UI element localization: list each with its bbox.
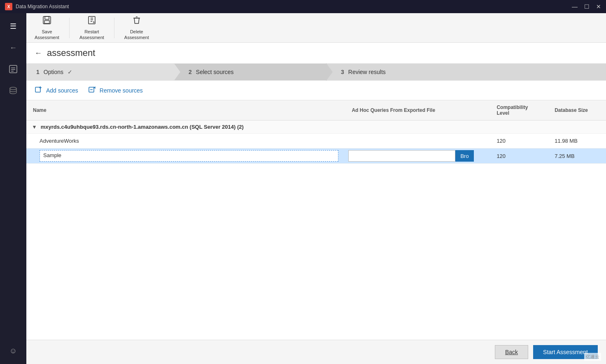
row-adhoc [345, 134, 490, 148]
save-assessment-label: SaveAssessment [35, 29, 59, 40]
step-3[interactable]: 3 Review results [326, 64, 606, 80]
row-compat: 120 [490, 134, 548, 148]
sidebar-assessment-button[interactable] [3, 59, 23, 79]
toolbar: SaveAssessment RestartAssessment [26, 13, 606, 43]
file-input-cell: Bro [348, 150, 487, 162]
watermark: 亿速云 [584, 353, 601, 361]
delete-assessment-label: DeleteAssessment [124, 29, 149, 40]
maximize-button[interactable]: ☐ [584, 3, 590, 10]
step-2-label: Select sources [196, 69, 234, 75]
row-compat-selected: 120 [490, 148, 548, 164]
step-3-label: Review results [348, 69, 386, 75]
row-name: AdventureWorks [26, 134, 345, 148]
add-sources-button[interactable]: Add sources [35, 86, 78, 95]
sources-table: Name Ad Hoc Queries From Exported File C… [26, 100, 606, 164]
step-1-label: Options [44, 69, 63, 75]
sidebar-menu-button[interactable]: ☰ [3, 16, 23, 36]
col-header-compat: Compatibility Level [490, 100, 548, 121]
row-size-selected: 7.25 MB [548, 148, 606, 164]
table-row-selected[interactable]: Sample Bro 120 7.25 MB [26, 148, 606, 164]
remove-sources-icon [88, 86, 96, 95]
minimize-button[interactable]: — [572, 3, 578, 10]
svg-rect-9 [35, 87, 40, 92]
bottom-bar: Back Start Assessment [26, 340, 606, 364]
steps-bar: 1 Options ✓ 2 Select sources 3 Review re… [26, 64, 606, 81]
restart-assessment-label: RestartAssessment [79, 29, 104, 40]
sidebar-smiley-button[interactable]: ☺ [3, 341, 23, 361]
sidebar: ☰ ← ☺ [0, 13, 26, 364]
step-3-number: 3 [341, 69, 344, 75]
add-sources-label: Add sources [46, 87, 78, 94]
restart-assessment-button[interactable]: RestartAssessment [79, 15, 104, 40]
row-adhoc-editable[interactable]: Bro [345, 148, 490, 164]
sidebar-db-button[interactable] [3, 81, 23, 100]
action-bar: Add sources Remove sources [26, 81, 606, 100]
row-size: 11.98 MB [548, 134, 606, 148]
col-header-name: Name [26, 100, 345, 121]
col-header-adhoc: Ad Hoc Queries From Exported File [345, 100, 490, 121]
file-path-input[interactable] [348, 150, 455, 162]
step-1-check: ✓ [68, 69, 72, 75]
table-row[interactable]: AdventureWorks 120 11.98 MB [26, 134, 606, 148]
step-2-number: 2 [189, 69, 192, 75]
save-icon [42, 15, 52, 28]
table-container: Name Ad Hoc Queries From Exported File C… [26, 100, 606, 340]
sidebar-back-button[interactable]: ← [3, 38, 23, 58]
browse-button[interactable]: Bro [455, 150, 473, 162]
save-assessment-button[interactable]: SaveAssessment [35, 15, 59, 40]
page-header: ← assessment [26, 43, 606, 64]
back-button[interactable]: ← [35, 49, 42, 58]
step-1[interactable]: 1 Options ✓ [26, 64, 174, 80]
group-arrow-icon: ▾ [33, 124, 36, 130]
add-sources-icon [35, 86, 43, 95]
page-title: assessment [47, 48, 95, 58]
step-2[interactable]: 2 Select sources [174, 64, 326, 80]
delete-assessment-button[interactable]: DeleteAssessment [124, 15, 149, 40]
restart-icon [87, 15, 97, 28]
group-name: mxyrds.c4u9uhbque93.rds.cn-north-1.amazo… [41, 124, 244, 130]
group-row[interactable]: ▾ mxyrds.c4u9uhbque93.rds.cn-north-1.ama… [26, 121, 606, 134]
col-header-size: Database Size [548, 100, 606, 121]
svg-rect-6 [45, 16, 49, 19]
close-button[interactable]: ✕ [596, 3, 601, 10]
svg-rect-0 [9, 65, 17, 73]
step-1-number: 1 [36, 69, 40, 75]
back-button-footer[interactable]: Back [495, 345, 528, 359]
svg-rect-7 [44, 21, 49, 23]
app-logo: X [5, 3, 12, 10]
title-bar: X Data Migration Assistant — ☐ ✕ [0, 0, 606, 13]
delete-icon [132, 15, 142, 28]
remove-sources-button[interactable]: Remove sources [88, 86, 143, 95]
remove-sources-label: Remove sources [100, 87, 143, 94]
name-edit-field[interactable]: Sample [40, 150, 338, 162]
app-title: Data Migration Assistant [16, 4, 69, 9]
svg-point-4 [10, 87, 16, 90]
row-name-editable[interactable]: Sample [26, 148, 345, 164]
svg-rect-8 [89, 16, 95, 24]
